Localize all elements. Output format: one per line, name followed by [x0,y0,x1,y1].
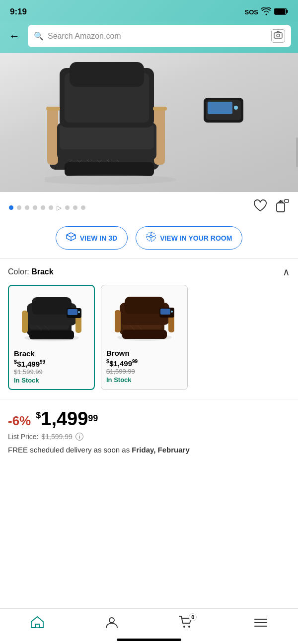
status-icons: SOS [245,7,288,17]
svg-point-62 [171,311,173,313]
image-controls: ▷ [0,192,298,223]
svg-rect-22 [60,125,154,149]
status-time: 9:19 [10,7,27,17]
color-option-brack[interactable]: Brack $$1,49999 $1,599.99 In Stock [8,285,95,390]
chevron-up-icon[interactable]: ∧ [283,266,290,278]
price-main: -6% $1,49999 [8,408,290,430]
svg-rect-25 [70,62,144,87]
price-section: -6% $1,49999 List Price: $1,599.99 i FRE… [0,399,298,460]
color-header: Color: Brack ∧ [8,266,290,278]
svg-rect-28 [208,102,232,114]
view-room-icon [146,232,156,244]
sos-icon: SOS [245,8,258,16]
svg-rect-34 [285,199,289,202]
action-icons [253,199,289,216]
svg-point-36 [150,236,152,238]
product-image [0,53,298,192]
svg-rect-48 [68,309,77,315]
battery-icon [274,8,288,16]
price-value: $1,49999 [36,408,98,430]
svg-point-49 [78,311,80,313]
wifi-icon [261,7,271,17]
color-brown-original: $1,599.99 [106,368,182,375]
share-icon[interactable] [276,199,289,216]
dot-4[interactable] [33,205,37,210]
svg-point-29 [234,106,238,110]
svg-rect-18 [65,162,154,176]
svg-rect-59 [125,297,164,314]
color-brack-name: Brack [14,349,89,358]
svg-rect-46 [32,297,72,315]
dot-video[interactable]: ▷ [57,204,62,211]
view-buttons: VIEW IN 3D VIEW IN YOUR ROOM [0,223,298,258]
dot-10[interactable] [81,205,85,210]
dots-area: ▷ [9,204,253,211]
list-price-label: List Price: [8,433,38,441]
search-bar-container: ← 🔍 Search Amazon.com [0,22,298,53]
color-brack-stock: In Stock [14,377,89,384]
color-brack-original: $1,599.99 [14,368,89,376]
view-3d-icon [66,232,76,244]
status-bar: 9:19 SOS [0,0,298,22]
product-image-area [0,53,298,192]
list-price-value: $1,599.99 [41,433,72,441]
dot-3[interactable] [25,205,29,210]
color-brown-name: Brown [106,349,182,357]
svg-rect-57 [115,310,121,332]
view-room-button[interactable]: VIEW IN YOUR ROOM [136,226,242,250]
delivery-label: FREE scheduled delivery as soon as [8,446,130,454]
list-price: List Price: $1,599.99 i [8,433,290,441]
dot-6[interactable] [49,205,53,210]
dot-8[interactable] [65,205,70,210]
search-box[interactable]: 🔍 Search Amazon.com [28,25,291,47]
color-brack-price: $$1,49999 [14,359,89,368]
svg-rect-61 [160,309,170,315]
svg-rect-1 [275,8,286,14]
scrollbar[interactable] [296,137,298,167]
info-icon[interactable]: i [75,433,83,441]
dot-2[interactable] [17,205,21,210]
back-button[interactable]: ← [7,28,22,45]
svg-rect-55 [122,330,167,339]
delivery-text: FREE scheduled delivery as soon as Frida… [8,446,290,456]
svg-rect-32 [153,107,167,111]
svg-rect-44 [22,311,28,333]
view-3d-label: VIEW IN 3D [80,234,117,242]
svg-rect-3 [274,33,282,38]
svg-rect-33 [277,203,285,212]
color-brack-image [14,291,89,345]
svg-rect-31 [46,107,60,111]
wishlist-icon[interactable] [253,199,267,216]
color-brown-stock: In Stock [106,376,182,384]
dot-5[interactable] [41,205,45,210]
view-room-label: VIEW IN YOUR ROOM [160,234,232,242]
svg-rect-42 [29,330,74,339]
svg-point-4 [277,34,280,37]
color-label: Color: Brack [8,267,54,276]
camera-icon[interactable] [271,29,285,43]
color-options: Brack $$1,49999 $1,599.99 In Stock [8,285,290,390]
search-placeholder: Search Amazon.com [48,32,267,41]
discount-badge: -6% [8,413,31,429]
search-icon: 🔍 [34,31,44,41]
color-section: Color: Brack ∧ [0,259,298,395]
color-option-brown[interactable]: Brown $$1,49999 $1,599.99 In Stock [101,285,188,390]
color-brown-price: $$1,49999 [106,358,182,368]
selected-color: Brack [31,267,53,276]
dot-1[interactable] [9,205,13,210]
dot-9[interactable] [73,205,77,210]
delivery-date: Friday, February [132,446,189,454]
view-3d-button[interactable]: VIEW IN 3D [56,226,128,250]
color-brown-image [106,290,182,345]
svg-rect-19 [47,108,58,165]
svg-rect-2 [287,10,288,13]
